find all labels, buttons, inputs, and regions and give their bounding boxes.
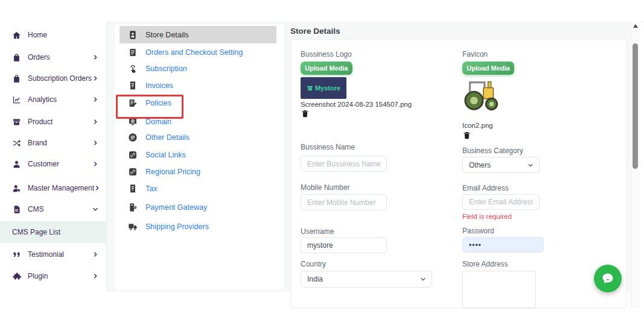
tab-tax[interactable]: Tax [128, 181, 157, 196]
sidebar-item-label: Product [28, 118, 92, 126]
email-address-label: Email Address [462, 184, 509, 192]
person-gear-icon [12, 184, 21, 193]
chevron-right-icon [92, 96, 98, 102]
email-address-input[interactable] [462, 194, 540, 210]
shuffle-icon [12, 139, 21, 148]
file-document-icon [12, 205, 21, 214]
store-details-card: Bussiness Logo Upload Media Mystore Scre… [290, 39, 627, 309]
sidebar-item-cms[interactable]: CMS [0, 201, 106, 217]
business-logo-text: Mystore [315, 84, 340, 92]
sidebar-item-brand[interactable]: Brand [0, 135, 106, 151]
payment-terminal-icon [128, 203, 138, 212]
country-select[interactable]: India [301, 271, 432, 288]
tab-social-links[interactable]: Social Links [128, 148, 186, 162]
chevron-right-icon [92, 119, 98, 125]
store-address-label: Store Address [462, 260, 508, 268]
tab-store-details[interactable]: Store Details [128, 28, 189, 42]
password-input[interactable] [462, 237, 544, 253]
shopping-bag-icon [12, 74, 21, 83]
business-logo-filename: Screenshot 2024-08-23 154507.png [301, 101, 412, 108]
upload-favicon-button[interactable]: Upload Media [462, 62, 514, 75]
sidebar-item-label: Home [28, 31, 106, 39]
receipt-icon [128, 81, 138, 90]
sidebar-item-plugin[interactable]: Plugin [0, 268, 106, 284]
scrollbar-up-arrow-icon[interactable] [633, 24, 638, 28]
tab-payment-gateway[interactable]: Payment Gateway [128, 200, 207, 215]
sidebar-item-label: Customer [28, 160, 92, 168]
person-icon [12, 160, 21, 169]
puzzle-icon [12, 272, 21, 281]
home-icon [12, 31, 21, 40]
details-circle-icon [128, 133, 138, 142]
mobile-number-label: Mobile Number [301, 183, 349, 192]
business-name-input[interactable] [301, 156, 387, 172]
receipt-icon [128, 184, 138, 194]
chat-widget-button[interactable] [594, 265, 622, 292]
tab-policies[interactable]: Policies [128, 96, 171, 110]
chevron-right-icon [94, 185, 100, 191]
sidebar-item-label: Orders [28, 53, 92, 62]
business-category-select[interactable]: Others [462, 157, 540, 173]
country-label: Country [301, 260, 326, 268]
link-icon [128, 167, 138, 177]
delete-business-logo-icon[interactable] [301, 109, 310, 119]
store-details-icon [128, 30, 138, 40]
domain-globe-icon [128, 117, 138, 127]
sidebar-item-label: CMS [28, 205, 92, 213]
tab-domain[interactable]: Domain [128, 115, 171, 129]
settings-nav-panel: Store Details Orders and Checkout Settin… [115, 24, 284, 289]
tab-orders-checkout-setting[interactable]: Orders and Checkout Setting [128, 45, 243, 60]
policy-document-icon [128, 98, 138, 108]
sidebar-item-analytics[interactable]: Analytics [0, 92, 106, 107]
chevron-right-icon [92, 54, 98, 60]
sidebar-item-label: Brand [28, 139, 92, 147]
link-icon [128, 150, 138, 160]
sidebar-item-orders[interactable]: Orders [0, 49, 106, 65]
chevron-right-icon [92, 75, 98, 81]
chevron-right-icon [92, 140, 98, 146]
sidebar-item-label: Plugin [28, 272, 92, 280]
sidebar-item-subscription-orders[interactable]: Subscription Orders [0, 71, 106, 86]
sidebar-item-cms-page-list[interactable]: CMS Page List [0, 221, 106, 243]
document-icon [128, 48, 138, 57]
tap-click-icon [128, 64, 138, 74]
tab-other-details[interactable]: Other Details [128, 130, 190, 145]
sidebar-item-home[interactable]: Home [0, 27, 106, 43]
username-input[interactable] [301, 238, 387, 253]
sidebar-item-label: CMS Page List [12, 228, 106, 236]
chevron-right-icon [92, 273, 98, 279]
delete-favicon-icon[interactable] [462, 130, 471, 140]
sidebar-item-testimonial[interactable]: Testimonial [0, 247, 106, 262]
upload-business-logo-button[interactable]: Upload Media [301, 62, 352, 75]
chevron-right-icon [92, 161, 98, 167]
vertical-scrollbar [631, 22, 640, 308]
scrollbar-thumb[interactable] [633, 43, 638, 169]
business-category-label: Business Category [462, 147, 523, 155]
favicon-label: Favicon [462, 50, 488, 58]
sidebar-item-customer[interactable]: Customer [0, 156, 106, 172]
chat-bubble-icon [601, 271, 615, 286]
email-required-error: Field is required [462, 213, 512, 220]
sidebar-item-label: Master Management [28, 184, 94, 192]
tab-regional-pricing[interactable]: Regional Pricing [128, 165, 200, 179]
tab-invoices[interactable]: Invoices [128, 78, 173, 93]
store-address-textarea[interactable] [462, 271, 536, 308]
top-header-bar [0, 0, 644, 22]
favicon-preview-tractor-image [462, 76, 500, 116]
sidebar-item-product[interactable]: Product [0, 114, 106, 130]
product-box-icon [12, 118, 21, 127]
tab-subscription[interactable]: Subscription [128, 62, 187, 76]
mobile-number-input[interactable] [301, 194, 387, 210]
tab-shipping-providers[interactable]: Shipping Providers [128, 219, 209, 234]
chevron-right-icon [92, 251, 98, 257]
storefront-icon [307, 85, 313, 92]
truck-icon [128, 222, 138, 232]
business-logo-preview: Mystore [301, 77, 346, 99]
sidebar-item-label: Testimonial [28, 250, 92, 259]
sidebar-item-master-management[interactable]: Master Management [0, 180, 106, 196]
chevron-down-icon [92, 206, 98, 212]
business-name-label: Bussiness Name [301, 143, 355, 151]
sidebar: Home Orders Subscription Orders Analytic… [0, 22, 107, 292]
business-logo-label: Bussiness Logo [301, 50, 352, 58]
sidebar-item-label: Analytics [28, 95, 92, 104]
